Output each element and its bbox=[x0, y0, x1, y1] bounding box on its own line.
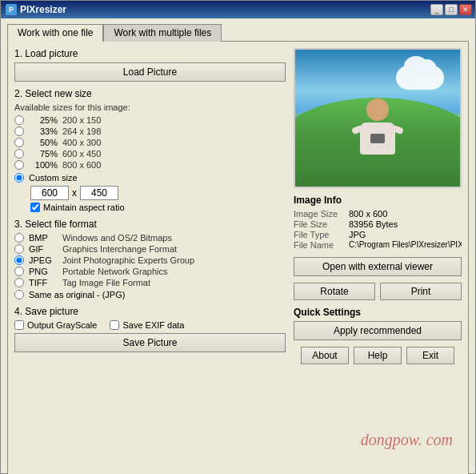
info-row-size: Image Size 800 x 600 bbox=[294, 209, 462, 219]
save-checkboxes: Output GrayScale Save EXIF data bbox=[14, 320, 286, 330]
info-val-filetype: JPG bbox=[349, 230, 366, 239]
info-row-filename: File Name C:\Program Files\PIXresizer\PI… bbox=[294, 240, 462, 250]
format-name-jpeg: JPEG bbox=[29, 255, 58, 265]
format-name-gif: GIF bbox=[29, 244, 58, 254]
size-pct-100: 100% bbox=[29, 160, 58, 170]
aspect-ratio-row: Maintain aspect ratio bbox=[30, 203, 286, 212]
save-section-title: 4. Save picture bbox=[14, 306, 286, 317]
format-name-tiff: TIFF bbox=[29, 278, 58, 287]
format-desc-gif: Graphics Interchange Format bbox=[62, 244, 177, 254]
size-val-50: 400 x 300 bbox=[62, 138, 101, 147]
info-row-filetype: File Type JPG bbox=[294, 230, 462, 239]
size-radio-50[interactable] bbox=[14, 138, 24, 147]
aspect-ratio-checkbox[interactable] bbox=[30, 203, 40, 212]
info-val-filesize: 83956 Bytes bbox=[349, 219, 398, 229]
size-row-50: 50% 400 x 300 bbox=[14, 138, 286, 147]
size-radio-33[interactable] bbox=[14, 127, 24, 136]
grayscale-item: Output GrayScale bbox=[14, 320, 97, 330]
image-info-label: Image Info bbox=[294, 195, 462, 206]
size-radio-25[interactable] bbox=[14, 115, 24, 125]
image-preview bbox=[294, 48, 462, 188]
app-icon: P bbox=[6, 4, 17, 15]
tab-work-multiple[interactable]: Work with multiple files bbox=[103, 24, 222, 42]
bottom-buttons-row: About Help Exit bbox=[294, 347, 462, 364]
left-panel: 1. Load picture Load Picture 2. Select n… bbox=[14, 48, 286, 470]
format-section-title: 3. Select file format bbox=[14, 219, 286, 230]
window-title: PIXresizer bbox=[20, 4, 66, 15]
custom-width-input[interactable] bbox=[30, 186, 69, 200]
maximize-button[interactable]: □ bbox=[445, 4, 458, 15]
camera-prop bbox=[370, 134, 385, 143]
load-section-title: 1. Load picture bbox=[14, 48, 286, 59]
custom-height-input[interactable] bbox=[80, 186, 118, 200]
print-button[interactable]: Print bbox=[380, 283, 462, 300]
size-section-title: 2. Select new size bbox=[14, 88, 286, 99]
close-button[interactable]: ✕ bbox=[459, 4, 472, 15]
title-bar: P PIXresizer _ □ ✕ bbox=[1, 1, 475, 18]
available-sizes-label: Available sizes for this image: bbox=[14, 102, 286, 112]
size-pct-25: 25% bbox=[29, 115, 58, 125]
right-panel: Image Info Image Size 800 x 600 File Siz… bbox=[294, 48, 462, 470]
rotate-button[interactable]: Rotate bbox=[294, 283, 375, 300]
exit-button[interactable]: Exit bbox=[406, 347, 454, 364]
size-pct-75: 75% bbox=[29, 149, 58, 159]
info-key-filename: File Name bbox=[294, 240, 346, 250]
size-section: 2. Select new size Available sizes for t… bbox=[14, 88, 286, 212]
info-row-filesize: File Size 83956 Bytes bbox=[294, 219, 462, 229]
custom-x-separator: x bbox=[72, 187, 77, 199]
tab-work-one[interactable]: Work with one file bbox=[7, 24, 103, 42]
format-radio-png[interactable] bbox=[14, 267, 24, 276]
format-desc-png: Portable Network Graphics bbox=[62, 267, 167, 276]
apply-recommended-button[interactable]: Apply recommended bbox=[294, 321, 462, 340]
content-area: Work with one file Work with multiple fi… bbox=[1, 18, 475, 474]
size-radio-100[interactable] bbox=[14, 160, 24, 170]
size-radio-75[interactable] bbox=[14, 149, 24, 159]
quick-settings-section: Quick Settings Apply recommended bbox=[294, 307, 462, 340]
aspect-ratio-label: Maintain aspect ratio bbox=[43, 203, 125, 212]
quick-settings-label: Quick Settings bbox=[294, 307, 462, 318]
size-radio-custom[interactable] bbox=[14, 173, 24, 183]
person-figure bbox=[358, 98, 398, 163]
format-desc-jpeg: Joint Photographic Experts Group bbox=[62, 255, 194, 265]
grayscale-label: Output GrayScale bbox=[27, 320, 97, 330]
size-table: 25% 200 x 150 33% 264 x 198 50% 400 x 30… bbox=[14, 115, 286, 170]
format-radio-gif[interactable] bbox=[14, 244, 24, 254]
about-button[interactable]: About bbox=[301, 347, 349, 364]
format-radio-jpeg[interactable] bbox=[14, 255, 24, 265]
format-row-png: PNG Portable Network Graphics bbox=[14, 267, 286, 276]
grayscale-checkbox[interactable] bbox=[14, 320, 24, 330]
format-list: BMP Windows and OS/2 Bitmaps GIF Graphic… bbox=[14, 233, 286, 287]
info-key-size: Image Size bbox=[294, 209, 346, 219]
minimize-button[interactable]: _ bbox=[430, 4, 443, 15]
open-viewer-button[interactable]: Open with external viewer bbox=[294, 257, 462, 276]
exif-checkbox[interactable] bbox=[110, 320, 119, 330]
custom-size-label: Custom size bbox=[29, 173, 78, 183]
same-original-label: Same as original - (JPG) bbox=[29, 290, 125, 299]
save-section: 4. Save picture Output GrayScale Save EX… bbox=[14, 306, 286, 352]
info-val-size: 800 x 600 bbox=[349, 209, 387, 219]
format-row-tiff: TIFF Tag Image File Format bbox=[14, 278, 286, 287]
size-val-33: 264 x 198 bbox=[62, 127, 101, 136]
xp-preview-art bbox=[295, 50, 460, 187]
format-desc-tiff: Tag Image File Format bbox=[62, 278, 150, 287]
format-row-gif: GIF Graphics Interchange Format bbox=[14, 244, 286, 254]
person-head bbox=[366, 98, 389, 121]
size-row-100: 100% 800 x 600 bbox=[14, 160, 286, 170]
window-controls: _ □ ✕ bbox=[430, 4, 472, 15]
save-picture-button[interactable]: Save Picture bbox=[14, 333, 286, 352]
size-row-33: 33% 264 x 198 bbox=[14, 127, 286, 136]
exif-label: Save EXIF data bbox=[122, 320, 184, 330]
format-desc-bmp: Windows and OS/2 Bitmaps bbox=[62, 233, 172, 243]
format-row-jpeg: JPEG Joint Photographic Experts Group bbox=[14, 255, 286, 265]
size-row-75: 75% 600 x 450 bbox=[14, 149, 286, 159]
format-radio-bmp[interactable] bbox=[14, 233, 24, 243]
tab-content: 1. Load picture Load Picture 2. Select n… bbox=[7, 41, 469, 474]
format-radio-tiff[interactable] bbox=[14, 278, 24, 287]
format-name-png: PNG bbox=[29, 267, 58, 276]
size-val-25: 200 x 150 bbox=[62, 115, 101, 125]
load-picture-button[interactable]: Load Picture bbox=[14, 62, 286, 82]
format-radio-same[interactable] bbox=[14, 290, 24, 299]
size-val-100: 800 x 600 bbox=[62, 160, 101, 170]
help-button[interactable]: Help bbox=[354, 347, 402, 364]
size-row-25: 25% 200 x 150 bbox=[14, 115, 286, 125]
